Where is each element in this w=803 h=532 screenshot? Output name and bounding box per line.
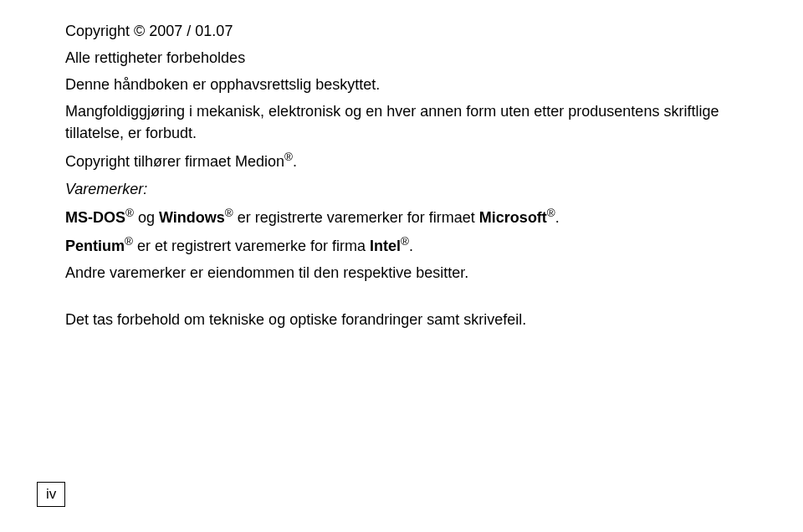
pentium-line: Pentium® er et registrert varemerke for … <box>65 233 753 257</box>
trademark-windows: Windows <box>159 209 225 226</box>
reg-mid-text: er registrerte varemerker for firmaet <box>233 209 479 226</box>
varemerker-label: Varemerker: <box>65 178 753 200</box>
copyright-firm-prefix: Copyright tilhører firmaet Medion <box>65 153 284 170</box>
trademark-pentium: Pentium <box>65 238 125 254</box>
copyright-firm-line: Copyright tilhører firmaet Medion®. <box>65 149 753 172</box>
registered-symbol: ® <box>125 235 133 248</box>
handbook-line: Denne håndboken er opphavsrettslig besky… <box>65 74 753 95</box>
registered-symbol: ® <box>125 207 134 219</box>
registered-symbol: ® <box>284 151 293 163</box>
page-number-box: iv <box>37 482 65 507</box>
andre-line: Andre varemerker er eiendommen til den r… <box>65 262 753 284</box>
and-word: og <box>134 209 159 226</box>
trademark-msdos: MS-DOS <box>65 209 125 226</box>
trademark-intel: Intel <box>370 238 401 254</box>
registered-symbol: ® <box>225 207 233 219</box>
mangfold-line: Mangfoldiggjøring i mekanisk, elektronis… <box>65 100 753 144</box>
msdos-windows-line: MS-DOS® og Windows® er registrerte varem… <box>65 205 753 228</box>
registered-symbol: ® <box>401 235 409 248</box>
registered-symbol: ® <box>547 207 555 219</box>
pentium-mid-text: er et registrert varemerke for firma <box>133 238 370 254</box>
copyright-firm-suffix: . <box>293 153 297 170</box>
rights-line: Alle rettigheter forbeholdes <box>65 47 753 69</box>
page-number: iv <box>46 486 56 502</box>
forbehold-line: Det tas forbehold om tekniske og optiske… <box>65 309 753 330</box>
trademark-microsoft: Microsoft <box>479 209 547 226</box>
period: . <box>409 238 413 254</box>
period: . <box>555 209 560 226</box>
copyright-line: Copyright © 2007 / 01.07 <box>65 20 753 42</box>
document-page: Copyright © 2007 / 01.07 Alle rettighete… <box>0 0 803 330</box>
